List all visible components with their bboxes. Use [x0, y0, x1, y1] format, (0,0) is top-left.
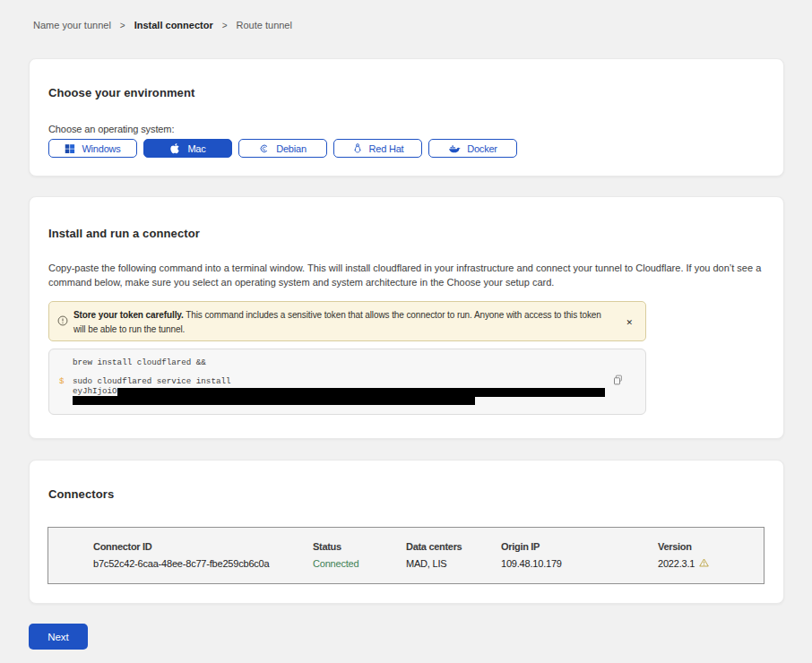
- apple-icon: [169, 142, 181, 154]
- windows-icon: [65, 143, 75, 154]
- warning-text: Store your token carefully. This command…: [73, 310, 601, 334]
- connectors-card: Connectors Connector ID Status Data cent…: [29, 460, 784, 604]
- token-prefix: eyJhIjoiO: [73, 386, 117, 396]
- choose-environment-card: Choose your environment Choose an operat…: [29, 58, 784, 177]
- connector-card-title: Install and run a connector: [48, 227, 764, 240]
- code-line-brew: brew install cloudflared &&: [73, 358, 645, 368]
- version-cell: 2022.3.1: [658, 558, 746, 569]
- breadcrumb-route-tunnel[interactable]: Route tunnel: [237, 20, 292, 30]
- environment-card-title: Choose your environment: [48, 86, 764, 99]
- warning-triangle-icon: [699, 558, 709, 569]
- close-icon[interactable]: ✕: [626, 319, 633, 327]
- code-line-token: eyJhIjoiO: [73, 387, 645, 397]
- tux-icon: [352, 142, 363, 154]
- connector-id-cell: b7c52c42-6caa-48ee-8c77-fbe259cb6c0a: [93, 558, 313, 569]
- token-redaction-bar: [73, 396, 475, 405]
- breadcrumb-separator: >: [222, 21, 228, 30]
- token-warning-banner: Store your token carefully. This command…: [48, 301, 646, 341]
- breadcrumb: Name your tunnel > Install connector > R…: [33, 20, 292, 30]
- connectors-table-header: Connector ID Status Data centers Origin …: [93, 541, 746, 552]
- os-button-label: Windows: [82, 143, 120, 154]
- status-cell: Connected: [313, 558, 406, 569]
- install-connector-card: Install and run a connector Copy-paste t…: [29, 196, 784, 439]
- warning-title: Store your token carefully.: [73, 310, 184, 320]
- code-line-sudo: sudo cloudflared service install: [73, 377, 645, 387]
- connectors-table: Connector ID Status Data centers Origin …: [48, 527, 764, 584]
- connectors-card-title: Connectors: [48, 487, 764, 501]
- os-select-label: Choose an operating system:: [48, 124, 764, 134]
- col-header-connector-id: Connector ID: [93, 541, 313, 552]
- os-button-label: Red Hat: [369, 143, 404, 154]
- os-button-label: Debian: [276, 143, 307, 154]
- debian-icon: [259, 143, 270, 154]
- next-button[interactable]: Next: [29, 624, 88, 650]
- col-header-status: Status: [313, 541, 406, 552]
- breadcrumb-name-your-tunnel[interactable]: Name your tunnel: [33, 20, 111, 30]
- os-button-docker[interactable]: Docker: [428, 139, 517, 158]
- connector-row: b7c52c42-6caa-48ee-8c77-fbe259cb6c0a Con…: [93, 558, 746, 569]
- token-redaction-bar: [117, 388, 605, 397]
- breadcrumb-separator: >: [120, 21, 125, 30]
- os-button-group: Windows Mac Debian: [48, 139, 764, 158]
- os-button-label: Docker: [467, 143, 497, 154]
- connector-card-description: Copy-paste the following command into a …: [48, 261, 764, 289]
- alert-circle-icon: [57, 315, 68, 331]
- version-value: 2022.3.1: [658, 558, 695, 569]
- col-header-version: Version: [658, 541, 746, 552]
- os-button-debian[interactable]: Debian: [238, 139, 327, 158]
- breadcrumb-install-connector[interactable]: Install connector: [134, 20, 213, 30]
- shell-prompt: $: [59, 377, 65, 387]
- os-button-mac[interactable]: Mac: [143, 139, 232, 158]
- col-header-origin-ip: Origin IP: [501, 541, 658, 552]
- os-button-windows[interactable]: Windows: [48, 139, 137, 158]
- col-header-data-centers: Data centers: [406, 541, 501, 552]
- origin-ip-cell: 109.48.10.179: [501, 558, 658, 569]
- copy-icon[interactable]: [613, 375, 624, 388]
- os-button-redhat[interactable]: Red Hat: [333, 139, 422, 158]
- install-command-code-block: brew install cloudflared && sudo cloudfl…: [48, 349, 646, 415]
- os-button-label: Mac: [187, 143, 205, 154]
- data-centers-cell: MAD, LIS: [406, 558, 501, 569]
- docker-icon: [448, 143, 461, 154]
